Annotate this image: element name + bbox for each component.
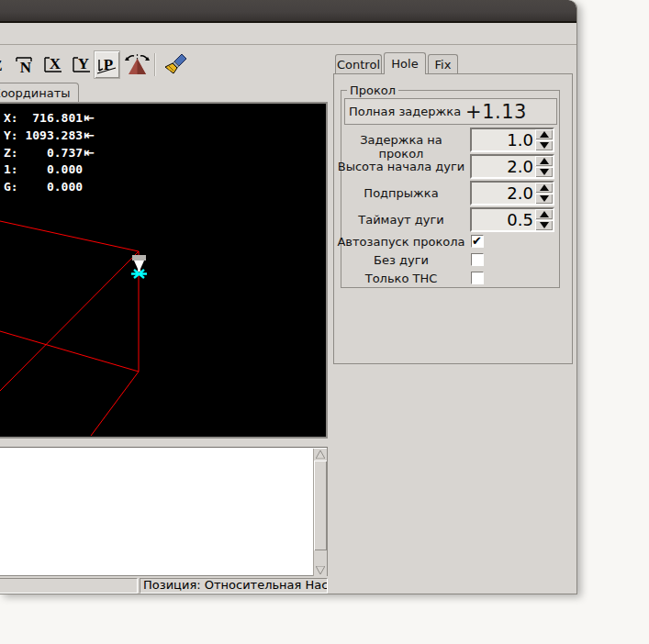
dro-row-x: X:716.801⇤: [4, 110, 97, 128]
view-z-rotated-icon: N: [14, 54, 37, 76]
dro-axis-value: 716.801: [18, 111, 83, 125]
pierce-delay-value[interactable]: 1.0: [472, 129, 533, 150]
jump-height-spinbox[interactable]: 2.0: [470, 181, 554, 205]
no-arc-label: Без дуги: [336, 253, 466, 267]
view-y-button[interactable]: Y: [70, 51, 95, 78]
pierce-delay-label: Задержка на прокол: [336, 133, 466, 161]
arrow-up-icon: [540, 184, 549, 191]
jump-height-value[interactable]: 2.0: [472, 183, 533, 204]
tab-control[interactable]: Control: [335, 54, 382, 73]
arc-start-height-increment-button[interactable]: [535, 156, 553, 166]
dro-axis-label: Y:: [4, 128, 18, 142]
clear-plot-button[interactable]: [162, 51, 192, 78]
svg-text:N: N: [20, 59, 32, 76]
tab-coordinates-label: Координаты: [0, 86, 71, 100]
toolbar: Z N X Y: [0, 46, 330, 83]
tab-fix-label: Fix: [435, 58, 452, 72]
title-bar[interactable]: [0, 0, 576, 23]
dro-axis-value: 0.737: [18, 146, 83, 160]
tab-fix[interactable]: Fix: [428, 54, 458, 73]
arc-start-height-spinbox[interactable]: 2.0: [470, 154, 554, 179]
dro-row-1: 1:0.000: [4, 162, 97, 180]
arc-timeout-spinbox[interactable]: 0.5: [470, 207, 554, 232]
arc-start-height-label: Высота начала дуги: [336, 160, 466, 173]
auto-start-pierce-checkbox[interactable]: ✔: [471, 235, 484, 248]
dro-row-y: Y:1093.283⇤: [4, 128, 97, 145]
svg-text:P: P: [104, 56, 113, 73]
total-delay-display: Полная задержка +1.13: [344, 98, 557, 125]
svg-text:Y: Y: [78, 55, 89, 72]
arrow-down-icon: [540, 169, 549, 175]
tab-control-label: Control: [337, 58, 380, 72]
tab-hole-label: Hole: [391, 57, 418, 71]
arrow-down-icon: [540, 222, 549, 228]
pierce-delay-decrement-button[interactable]: [535, 140, 553, 150]
arc-timeout-decrement-button[interactable]: [535, 220, 553, 230]
status-position-box: Позиция: Относительная Настоящая: [140, 578, 328, 594]
arc-timeout-value[interactable]: 0.5: [472, 209, 533, 230]
view-z-button[interactable]: Z: [0, 51, 7, 78]
jump-height-increment-button[interactable]: [535, 183, 553, 193]
dro-axis-label: 1:: [4, 162, 18, 176]
svg-text:X: X: [50, 55, 62, 72]
gcode-listing[interactable]: [0, 447, 328, 576]
total-delay-value: +1.13: [465, 101, 527, 123]
status-file-box: [0, 578, 138, 594]
arrow-up-icon: [540, 131, 549, 138]
tab-coordinates[interactable]: Координаты: [0, 83, 79, 104]
jump-height-label: Подпрыжка: [336, 186, 466, 200]
dro-axis-label: X:: [4, 111, 18, 125]
scroll-down-button[interactable]: [314, 564, 327, 576]
auto-start-pierce-label: Автозапуск прокола: [336, 235, 466, 249]
vertical-scrollbar[interactable]: [313, 449, 327, 576]
dro-axis-value: 1093.283: [18, 128, 83, 142]
status-position-text: Позиция: Относительная Настоящая: [143, 578, 328, 592]
arrow-down-icon: [540, 195, 549, 202]
scroll-up-button[interactable]: [314, 449, 327, 461]
arrow-down-icon: [540, 142, 549, 149]
scroll-down-icon: [316, 566, 325, 574]
dro-axis-label: Z:: [4, 146, 18, 160]
view-p-button[interactable]: P: [95, 51, 119, 78]
jump-height-decrement-button[interactable]: [535, 194, 553, 204]
thc-only-checkbox[interactable]: [471, 272, 484, 284]
tool-cone-icon: [132, 255, 146, 272]
arrow-up-icon: [540, 158, 549, 164]
rotate-cone-icon: [124, 53, 151, 77]
dro-readout: X:716.801⇤ Y:1093.283⇤ Z:0.737⇤ 1:0.000 …: [4, 110, 97, 197]
view-z-rotated-button[interactable]: N: [13, 51, 38, 78]
arc-timeout-increment-button[interactable]: [535, 209, 553, 219]
thc-only-label: Только THC: [336, 272, 466, 285]
view-x-button[interactable]: X: [41, 51, 66, 78]
app-window: Z N X Y: [0, 0, 577, 594]
dro-axis-label: G:: [4, 180, 18, 194]
view-p-icon: P: [95, 54, 118, 76]
arc-start-height-decrement-button[interactable]: [535, 167, 553, 177]
arc-timeout-label: Таймаут дуги: [336, 213, 466, 227]
dro-axis-value: 0.000: [18, 162, 83, 176]
arrow-up-icon: [540, 211, 549, 217]
dro-axis-value: 0.000: [18, 180, 83, 194]
homed-arrow-icon: ⇤: [83, 128, 97, 142]
no-arc-checkbox[interactable]: [471, 253, 484, 266]
dro-row-z: Z:0.737⇤: [4, 145, 97, 162]
preview-viewport[interactable]: X:716.801⇤ Y:1093.283⇤ Z:0.737⇤ 1:0.000 …: [0, 102, 328, 439]
scrollbar-thumb[interactable]: [314, 461, 327, 550]
pierce-group-title: Прокол: [347, 83, 398, 97]
arc-start-height-value[interactable]: 2.0: [472, 156, 533, 177]
homed-arrow-icon: ⇤: [83, 110, 97, 125]
pierce-delay-increment-button[interactable]: [535, 129, 553, 139]
pierce-delay-spinbox[interactable]: 1.0: [470, 128, 554, 152]
toolbar-separator: [154, 53, 156, 76]
desktop: Z N X Y: [0, 0, 649, 644]
rotate-view-button[interactable]: [123, 51, 151, 78]
total-delay-label: Полная задержка: [349, 105, 461, 118]
checkmark-icon: ✔: [472, 234, 482, 248]
tab-hole[interactable]: Hole: [384, 52, 426, 74]
broom-icon: [163, 53, 191, 77]
svg-text:Z: Z: [0, 57, 2, 74]
dro-row-g: G:0.000: [4, 180, 97, 197]
menu-bar: [0, 23, 576, 45]
view-x-icon: X: [42, 54, 65, 76]
view-y-icon: Y: [71, 54, 94, 76]
